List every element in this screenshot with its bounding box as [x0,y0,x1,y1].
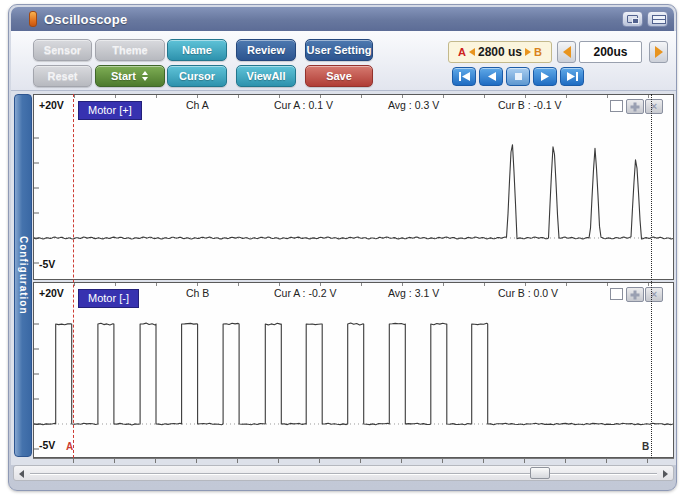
step-back-icon [486,71,497,82]
scope-area: Configuration +20V Motor [+] Ch A Cur A … [11,91,676,465]
screenshot-icon [627,15,638,23]
right-arrow-icon [655,46,663,58]
channel-a-panel: +20V Motor [+] Ch A Cur A : 0.1 V Avg : … [33,94,674,280]
channel-a-waveform [34,95,673,279]
close-icon: × [646,100,662,113]
scroll-right-icon[interactable] [663,470,668,478]
minimize-icon [652,15,664,24]
step-forward-icon [540,71,551,82]
oscilloscope-window: Oscilloscope Sensor Theme Name Review Us… [8,4,677,491]
skip-to-end-icon [566,71,579,82]
toolbar: Sensor Theme Name Review User Setting Re… [11,31,676,91]
channel-b-close-button[interactable]: × [645,287,663,302]
left-arrow-icon [563,46,571,58]
channel-a-vmax-label: +20V [39,99,64,111]
stop-button[interactable] [506,67,530,86]
range-label-b: B [534,46,542,58]
cursor-a-line[interactable] [73,94,74,458]
titlebar: Oscilloscope [11,7,674,31]
channel-a-name-badge[interactable]: Motor [+] [78,101,142,120]
skip-to-start-icon [458,71,471,82]
channel-b-cursor-b-readout: Cur B : 0.0 V [498,287,558,299]
channel-b-waveform [34,283,673,457]
channel-a-avg-readout: Avg : 0.3 V [388,99,439,111]
close-icon: × [646,288,662,301]
ab-range-box[interactable]: A 2800 us B [448,41,552,63]
time-axis-ticks [33,458,674,464]
probe-icon [29,11,37,27]
horizontal-scrollbar[interactable] [13,465,674,481]
skip-to-start-button[interactable] [452,67,476,86]
range-label-a: A [458,46,466,58]
range-right-arrow-icon [525,48,531,56]
timebase-value[interactable]: 200us [579,41,642,63]
cursor-button[interactable]: Cursor [167,65,227,87]
channel-b-id-label: Ch B [186,287,209,299]
timebase-increase-button[interactable] [649,41,668,63]
stop-icon [514,72,523,81]
channel-a-vmin-label: -5V [39,258,55,270]
configuration-sidebar-tab[interactable]: Configuration [14,94,32,457]
start-button[interactable]: Start [95,65,165,87]
channel-a-expand-button[interactable] [626,99,644,114]
screenshot-button[interactable] [622,11,643,27]
cursor-a-label: A [66,441,73,452]
channel-b-avg-readout: Avg : 3.1 V [388,287,439,299]
channel-b-panel: +20V Motor [-] Ch B Cur A : -0.2 V Avg :… [33,282,674,458]
channel-a-checkbox[interactable] [610,100,623,112]
plus-icon [631,102,640,111]
channel-a-id-label: Ch A [186,99,209,111]
viewall-button[interactable]: ViewAll [236,65,296,87]
channel-b-vmin-label: -5V [39,439,55,451]
cursor-b-label: B [642,441,649,452]
sensor-button[interactable]: Sensor [33,39,92,61]
scrollbar-thumb[interactable] [530,467,550,479]
channel-b-cursor-a-readout: Cur A : -0.2 V [274,287,336,299]
step-back-button[interactable] [479,67,503,86]
review-button[interactable]: Review [236,39,296,61]
channel-a-close-button[interactable]: × [645,99,663,114]
channel-b-checkbox[interactable] [610,288,623,300]
range-value: 2800 us [478,45,522,59]
cursor-b-line[interactable] [651,94,652,458]
skip-to-end-button[interactable] [560,67,584,86]
name-button[interactable]: Name [167,39,227,61]
window-title: Oscilloscope [44,12,127,27]
reset-button[interactable]: Reset [33,65,92,87]
step-forward-button[interactable] [533,67,557,86]
save-button[interactable]: Save [305,65,373,87]
minimize-button[interactable] [647,11,668,27]
range-left-arrow-icon [469,48,475,56]
scrollbar-track[interactable] [30,473,657,475]
channel-b-expand-button[interactable] [626,287,644,302]
start-label: Start [111,70,136,82]
configuration-label: Configuration [18,236,29,315]
user-setting-button[interactable]: User Setting [305,39,373,61]
plus-icon [631,290,640,299]
channel-a-cursor-b-readout: Cur B : -0.1 V [498,99,562,111]
channel-a-cursor-a-readout: Cur A : 0.1 V [274,99,333,111]
channel-b-name-badge[interactable]: Motor [-] [78,289,139,308]
scroll-left-icon[interactable] [19,470,24,478]
screen: Oscilloscope Sensor Theme Name Review Us… [0,0,685,498]
theme-button[interactable]: Theme [95,39,165,61]
channel-b-vmax-label: +20V [39,287,64,299]
start-spinner-icon [142,71,149,81]
timebase-decrease-button[interactable] [557,41,576,63]
playback-controls [452,67,584,86]
